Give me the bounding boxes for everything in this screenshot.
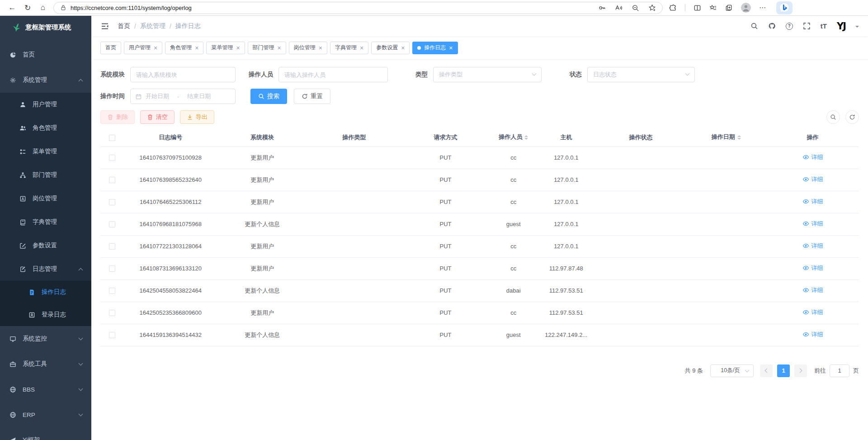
tab-close-icon[interactable]: × bbox=[319, 45, 322, 51]
clear-button[interactable]: 清空 bbox=[140, 110, 175, 124]
tab-close-icon[interactable]: × bbox=[401, 45, 405, 51]
tab-dept-mgmt[interactable]: 部门管理× bbox=[248, 42, 286, 54]
zoom-out-icon[interactable] bbox=[632, 4, 639, 12]
github-icon[interactable] bbox=[768, 22, 776, 30]
detail-link[interactable]: 详细 bbox=[802, 286, 823, 294]
detail-link[interactable]: 详细 bbox=[802, 153, 823, 161]
browser-profile-avatar[interactable] bbox=[741, 3, 751, 13]
breadcrumb-home[interactable]: 首页 bbox=[118, 22, 130, 30]
table-search-toggle-icon[interactable] bbox=[826, 110, 840, 124]
detail-link[interactable]: 详细 bbox=[802, 308, 823, 317]
module-filter-input[interactable] bbox=[130, 67, 236, 82]
goto-page-input[interactable] bbox=[830, 364, 849, 377]
favorites-hub-icon[interactable] bbox=[709, 4, 717, 12]
help-icon[interactable]: ? bbox=[786, 23, 793, 30]
sidebar-item-user-mgmt[interactable]: 用户管理 bbox=[0, 93, 91, 116]
sidebar-item-param-settings[interactable]: 参数设置 bbox=[0, 234, 91, 257]
page-size-select[interactable]: 10条/页 bbox=[710, 364, 754, 377]
row-checkbox[interactable] bbox=[109, 265, 115, 272]
table-refresh-icon[interactable] bbox=[845, 110, 859, 124]
sidebar-item-menu-mgmt[interactable]: 菜单管理 bbox=[0, 140, 91, 163]
pagination-total: 共 9 条 bbox=[685, 367, 703, 375]
sidebar-item-dept-mgmt[interactable]: 部门管理 bbox=[0, 163, 91, 187]
sidebar-item-home[interactable]: 首页 bbox=[0, 42, 91, 67]
sidebar-item-system-tools[interactable]: 系统工具 bbox=[0, 351, 91, 377]
sidebar-item-post-mgmt[interactable]: 岗位管理 bbox=[0, 187, 91, 210]
cell-host: 112.97.53.51 bbox=[537, 302, 596, 324]
user-menu-caret-icon[interactable] bbox=[855, 26, 859, 29]
tab-menu-mgmt[interactable]: 菜单管理× bbox=[206, 42, 245, 54]
detail-link[interactable]: 详细 bbox=[802, 198, 823, 206]
sidebar-item-role-mgmt[interactable]: 角色管理 bbox=[0, 116, 91, 140]
tab-close-icon[interactable]: × bbox=[195, 45, 198, 51]
sidebar-collapse-icon[interactable] bbox=[100, 22, 109, 31]
detail-link[interactable]: 详细 bbox=[802, 220, 823, 228]
row-checkbox[interactable] bbox=[109, 288, 115, 294]
extensions-icon[interactable] bbox=[669, 4, 677, 12]
sidebar-item-dict-mgmt[interactable]: 字典管理 bbox=[0, 210, 91, 234]
tab-post-mgmt[interactable]: 岗位管理× bbox=[289, 42, 327, 54]
row-checkbox[interactable] bbox=[109, 221, 115, 227]
detail-link[interactable]: 详细 bbox=[802, 175, 823, 184]
operator-filter-input[interactable] bbox=[278, 67, 388, 82]
browser-home-button[interactable]: ⌂ bbox=[35, 1, 51, 14]
tab-close-icon[interactable]: × bbox=[154, 45, 157, 51]
sort-icon[interactable] bbox=[737, 133, 741, 142]
sidebar-item-login-log[interactable]: 登录日志 bbox=[0, 303, 91, 326]
detail-link[interactable]: 详细 bbox=[802, 242, 823, 250]
search-button[interactable]: 搜索 bbox=[250, 89, 287, 104]
sidebar-item-bbs[interactable]: BBS bbox=[0, 377, 91, 402]
date-range-picker[interactable]: 开始日期 - 结束日期 bbox=[130, 89, 236, 104]
split-screen-icon[interactable] bbox=[693, 4, 701, 12]
tab-user-mgmt[interactable]: 用户管理× bbox=[124, 42, 162, 54]
app-logo[interactable]: 意框架管理系统 bbox=[0, 16, 91, 38]
tab-close-icon[interactable]: × bbox=[360, 45, 363, 51]
export-button[interactable]: 导出 bbox=[180, 110, 214, 124]
tab-close-icon[interactable]: × bbox=[278, 45, 281, 51]
page-number-button[interactable]: 1 bbox=[777, 364, 790, 377]
row-checkbox[interactable] bbox=[109, 243, 115, 250]
sort-icon[interactable] bbox=[524, 133, 528, 142]
sidebar-item-system-mgmt[interactable]: 系统管理 bbox=[0, 67, 91, 93]
detail-link[interactable]: 详细 bbox=[802, 264, 823, 272]
delete-button[interactable]: 删除 bbox=[100, 110, 135, 124]
row-checkbox[interactable] bbox=[109, 177, 115, 183]
tab-operation-log[interactable]: 操作日志× bbox=[412, 42, 458, 54]
browser-settings-menu-icon[interactable]: ⋯ bbox=[759, 4, 766, 12]
favorite-add-icon[interactable] bbox=[648, 4, 656, 12]
url-text[interactable]: https://ccnetcore.com:1101/system/log/op… bbox=[71, 5, 598, 11]
sidebar-item-yi-framework[interactable]: Yi框架 bbox=[0, 427, 91, 440]
sidebar-item-log-mgmt[interactable]: 日志管理 bbox=[0, 257, 91, 281]
collections-icon[interactable] bbox=[725, 4, 733, 12]
sidebar-item-erp[interactable]: ERP bbox=[0, 402, 91, 427]
sidebar-item-operation-log[interactable]: 操作日志 bbox=[0, 281, 91, 303]
type-filter-select[interactable]: 操作类型 bbox=[433, 67, 542, 82]
fullscreen-icon[interactable] bbox=[803, 22, 811, 30]
row-checkbox[interactable] bbox=[109, 310, 115, 316]
tab-close-icon[interactable]: × bbox=[449, 45, 453, 51]
tab-home[interactable]: 首页 bbox=[100, 42, 121, 54]
address-bar[interactable]: https://ccnetcore.com:1101/system/log/op… bbox=[53, 2, 663, 14]
select-all-checkbox[interactable] bbox=[109, 135, 115, 141]
status-filter-select[interactable]: 日志状态 bbox=[587, 67, 695, 82]
row-checkbox[interactable] bbox=[109, 332, 115, 338]
detail-link[interactable]: 详细 bbox=[802, 331, 823, 339]
row-checkbox[interactable] bbox=[109, 199, 115, 205]
browser-back-button[interactable]: ← bbox=[5, 1, 20, 14]
sidebar-item-system-monitor[interactable]: 系统监控 bbox=[0, 326, 91, 351]
tab-dict-mgmt[interactable]: 字典管理× bbox=[330, 42, 368, 54]
tab-role-mgmt[interactable]: 角色管理× bbox=[165, 42, 203, 54]
tab-param-settings[interactable]: 参数设置× bbox=[371, 42, 410, 54]
search-icon[interactable] bbox=[750, 22, 758, 30]
row-checkbox[interactable] bbox=[109, 155, 115, 161]
browser-refresh-button[interactable]: ↻ bbox=[20, 1, 35, 14]
user-logo-avatar[interactable]: YJ bbox=[837, 21, 845, 32]
tab-close-icon[interactable]: × bbox=[236, 45, 240, 51]
font-size-icon[interactable]: tT bbox=[821, 22, 827, 30]
next-page-button[interactable] bbox=[794, 364, 807, 377]
read-aloud-icon[interactable] bbox=[615, 4, 623, 12]
bing-copilot-icon[interactable] bbox=[776, 1, 793, 14]
reset-button[interactable]: 重置 bbox=[294, 89, 330, 104]
prev-page-button[interactable] bbox=[760, 364, 773, 377]
password-key-icon[interactable] bbox=[598, 4, 606, 12]
